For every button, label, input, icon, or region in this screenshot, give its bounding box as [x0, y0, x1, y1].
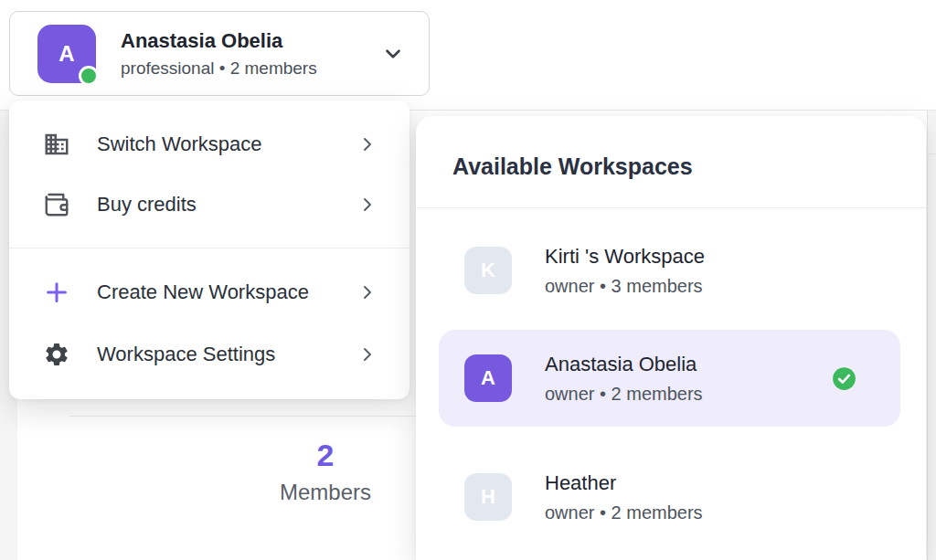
members-stat: 2 Members: [234, 437, 417, 505]
right-strip-divider: [928, 153, 936, 154]
menu-item-workspace-settings[interactable]: Workspace Settings: [9, 325, 410, 384]
menu-item-create-new-workspace[interactable]: Create New Workspace: [9, 263, 410, 322]
panel-divider: [416, 207, 926, 208]
screen: 2 Members A Anastasia Obelia professiona…: [0, 0, 936, 560]
gear-icon: [42, 340, 71, 369]
chevron-right-icon: [356, 281, 378, 303]
menu-divider: [9, 248, 410, 248]
members-label: Members: [234, 480, 417, 505]
plus-icon: [42, 278, 71, 307]
workspace-row-text: Kirti 's Workspace owner • 3 members: [545, 244, 880, 297]
workspace-row-subtitle: owner • 2 members: [545, 502, 880, 523]
stat-section-divider: [69, 416, 428, 417]
menu-item-buy-credits[interactable]: Buy credits: [9, 175, 410, 234]
workspace-row-kirti[interactable]: K Kirti 's Workspace owner • 3 members: [439, 227, 900, 314]
workspace-card-text: Anastasia Obelia professional • 2 member…: [121, 28, 381, 79]
menu-item-label: Switch Workspace: [97, 132, 356, 156]
members-count: 2: [234, 437, 417, 474]
chevron-right-icon: [356, 343, 378, 365]
menu-item-label: Workspace Settings: [97, 343, 356, 366]
workspace-name: Anastasia Obelia: [121, 28, 381, 54]
workspace-dropdown-menu: Switch Workspace Buy credits Create New …: [9, 100, 410, 399]
menu-item-label: Create New Workspace: [97, 280, 356, 304]
chevron-right-icon: [356, 133, 378, 155]
menu-item-label: Buy credits: [97, 193, 356, 217]
current-workspace-button[interactable]: A Anastasia Obelia professional • 2 memb…: [9, 11, 430, 96]
panel-title: Available Workspaces: [452, 153, 693, 180]
workspace-row-avatar: A: [464, 354, 512, 402]
selected-check-icon: [832, 366, 856, 391]
online-status-dot: [79, 66, 99, 86]
chevron-right-icon: [356, 194, 378, 216]
workspace-row-name: Kirti 's Workspace: [545, 244, 880, 269]
menu-item-switch-workspace[interactable]: Switch Workspace: [9, 115, 410, 174]
workspace-row-heather[interactable]: H Heather owner • 2 members: [439, 453, 900, 541]
workspace-row-subtitle: owner • 3 members: [545, 276, 880, 297]
workspace-plan-members: professional • 2 members: [121, 58, 381, 79]
workspace-row-name: Anastasia Obelia: [545, 352, 832, 377]
building-icon: [42, 130, 71, 159]
chevron-down-icon: [381, 42, 405, 66]
workspace-row-anastasia-selected[interactable]: A Anastasia Obelia owner • 2 members: [439, 330, 900, 427]
workspace-row-avatar: K: [464, 247, 512, 294]
available-workspaces-panel: Available Workspaces K Kirti 's Workspac…: [416, 116, 926, 560]
workspace-row-avatar: H: [464, 473, 512, 521]
workspace-avatar: A: [37, 25, 96, 83]
workspace-row-name: Heather: [545, 470, 880, 496]
workspace-row-text: Heather owner • 2 members: [545, 470, 880, 523]
workspace-row-text: Anastasia Obelia owner • 2 members: [545, 352, 832, 405]
wallet-icon: [42, 190, 71, 219]
workspace-row-subtitle: owner • 2 members: [545, 384, 832, 405]
